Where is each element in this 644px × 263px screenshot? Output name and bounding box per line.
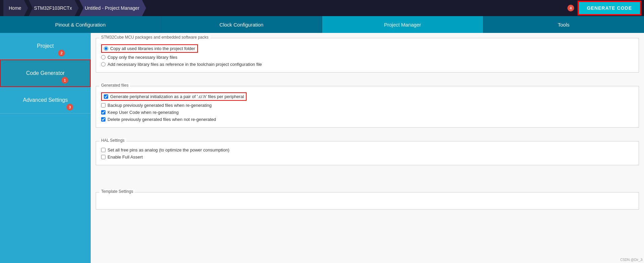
checkbox-keep-user-code-group: Keep User Code when re-generating xyxy=(101,110,634,115)
checkbox-backup[interactable] xyxy=(101,103,105,107)
generated-files-section: Generated files Generate peripheral init… xyxy=(96,86,639,128)
sidebar-project-badge: 2 xyxy=(58,50,65,56)
tab-tools[interactable]: Tools xyxy=(483,16,644,33)
generate-code-button[interactable]: GENERATE CODE xyxy=(578,1,641,15)
checkbox-gen-peripheral-label: Generate peripheral initialization as a … xyxy=(110,94,244,99)
checkbox-enable-assert-label: Enable Full Assert xyxy=(108,155,143,160)
home-label: Home xyxy=(9,5,21,11)
template-settings-section: Template Settings xyxy=(96,192,639,210)
checkbox-gen-peripheral[interactable] xyxy=(104,94,108,99)
sidebar-code-generator-label: Code Generator xyxy=(26,70,65,76)
template-settings-legend: Template Settings xyxy=(99,189,135,194)
tab-clock[interactable]: Clock Configuration xyxy=(161,16,323,33)
content-panel: STM32Cube MCU packages and embedded soft… xyxy=(91,33,644,263)
checkbox-set-free-pins-group: Set all free pins as analog (to optimize… xyxy=(101,147,634,152)
breadcrumb-home[interactable]: Home xyxy=(3,0,28,16)
copy-all-highlighted: Copy all used libraries into the project… xyxy=(101,44,198,53)
checkbox-delete-files-group: Delete previously generated files when n… xyxy=(101,117,634,122)
sidebar-advanced-settings-label: Advanced Settings xyxy=(23,97,68,103)
radio-add-reference-label: Add necessary library files as reference… xyxy=(108,62,262,67)
checkbox-set-free-pins[interactable] xyxy=(101,148,105,152)
generated-files-legend: Generated files xyxy=(99,83,130,88)
checkbox-enable-assert[interactable] xyxy=(101,155,105,159)
main-content: Project 2 Code Generator 1 Advanced Sett… xyxy=(0,33,644,263)
checkbox-backup-label: Backup previously generated files when r… xyxy=(108,103,212,108)
hal-settings-section: HAL Settings Set all free pins as analog… xyxy=(96,141,639,165)
stm32-section-legend: STM32Cube MCU packages and embedded soft… xyxy=(99,35,210,40)
sidebar-code-generator-badge: 1 xyxy=(61,77,68,84)
sidebar-item-advanced-settings[interactable]: Advanced Settings 3 xyxy=(0,87,91,114)
radio-copy-necessary-group: Copy only the necessary library files xyxy=(101,55,634,60)
checkbox-delete-files-label: Delete previously generated files when n… xyxy=(108,117,216,122)
checkbox-keep-user-code-label: Keep User Code when re-generating xyxy=(108,110,179,115)
breadcrumb: Home STM32F103RCTx Untitled - Project Ma… xyxy=(3,0,565,16)
radio-add-reference-group: Add necessary library files as reference… xyxy=(101,62,634,67)
tab-pinout[interactable]: Pinout & Configuration xyxy=(0,16,161,33)
stm32-section: STM32Cube MCU packages and embedded soft… xyxy=(96,38,639,73)
sidebar: Project 2 Code Generator 1 Advanced Sett… xyxy=(0,33,91,263)
radio-copy-all-label: Copy all used libraries into the project… xyxy=(110,46,195,51)
checkbox-enable-assert-group: Enable Full Assert xyxy=(101,155,634,160)
chip-label: STM32F103RCTx xyxy=(34,5,72,11)
tab-clock-label: Clock Configuration xyxy=(219,22,263,28)
radio-copy-all[interactable] xyxy=(104,46,108,51)
watermark: CSDN @Dir_Ji xyxy=(620,258,643,262)
checkbox-gen-peripheral-group: Generate peripheral initialization as a … xyxy=(101,92,634,101)
radio-add-reference[interactable] xyxy=(101,62,105,67)
checkbox-delete-files[interactable] xyxy=(101,117,105,122)
tab-pinout-label: Pinout & Configuration xyxy=(55,22,105,28)
radio-copy-necessary[interactable] xyxy=(101,55,105,59)
top-nav-bar: Home STM32F103RCTx Untitled - Project Ma… xyxy=(0,0,644,16)
sidebar-advanced-settings-badge: 3 xyxy=(67,104,73,111)
checkbox-backup-group: Backup previously generated files when r… xyxy=(101,103,634,108)
project-label: Untitled - Project Manager xyxy=(85,5,139,11)
tab-bar: Pinout & Configuration Clock Configurati… xyxy=(0,16,644,33)
radio-copy-all-group: Copy all used libraries into the project… xyxy=(101,44,634,53)
tab-project-manager-label: Project Manager xyxy=(384,22,421,28)
sidebar-item-project[interactable]: Project 2 xyxy=(0,33,91,59)
sidebar-project-label: Project xyxy=(37,43,54,49)
notification-badge: 4 xyxy=(567,5,574,11)
checkbox-keep-user-code[interactable] xyxy=(101,110,105,115)
breadcrumb-project[interactable]: Untitled - Project Manager xyxy=(79,0,146,16)
gen-peripheral-highlighted: Generate peripheral initialization as a … xyxy=(101,92,247,101)
radio-copy-necessary-label: Copy only the necessary library files xyxy=(108,55,177,60)
sidebar-item-code-generator[interactable]: Code Generator 1 xyxy=(0,59,91,87)
hal-settings-legend: HAL Settings xyxy=(99,138,126,143)
tab-project-manager[interactable]: Project Manager xyxy=(322,16,483,33)
checkbox-set-free-pins-label: Set all free pins as analog (to optimize… xyxy=(108,147,229,152)
breadcrumb-chip[interactable]: STM32F103RCTx xyxy=(29,0,79,16)
tab-tools-label: Tools xyxy=(558,22,569,28)
